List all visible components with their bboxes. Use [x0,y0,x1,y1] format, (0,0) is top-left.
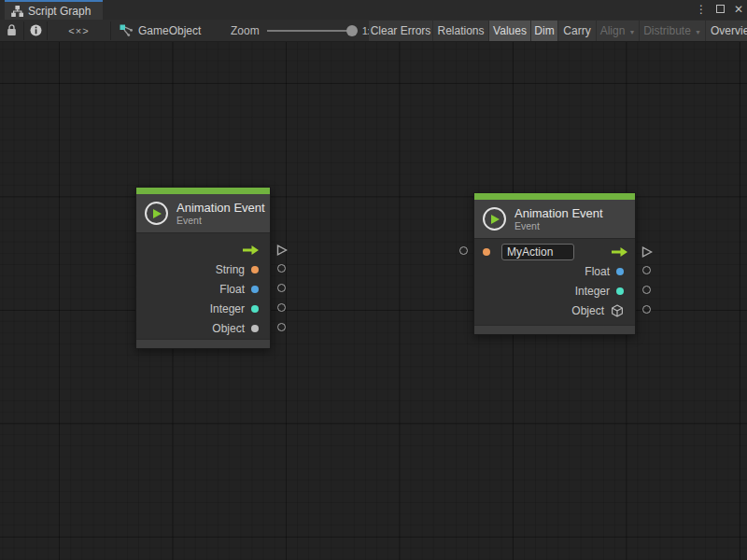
distribute-label: Distribute [643,24,691,37]
graph-target-breadcrumb[interactable]: GameObject [120,20,201,41]
clear-errors-button[interactable]: Clear Errors [369,21,432,41]
overview-button[interactable]: Overview [706,21,747,41]
float-output-port[interactable] [642,266,651,274]
integer-type-dot [251,305,259,313]
float-type-dot [616,268,624,275]
node-header: Animation Event Event [136,194,270,232]
graph-canvas[interactable]: Animation Event Event String [0,42,747,560]
node-body: String Float Integer Object [136,232,270,339]
port-label: Float [219,283,245,296]
carry-label: Carry [563,24,590,37]
port-label: String [216,263,245,276]
event-accent-bar [136,188,270,194]
flow-output-port[interactable] [276,245,288,256]
menu-icon[interactable]: ⋮ [696,0,707,20]
integer-output-port[interactable] [277,303,286,312]
zoom-label: Zoom [231,24,260,37]
chevron-down-icon: ▼ [695,29,701,35]
info-button[interactable] [24,20,47,41]
output-row-float: Float [136,279,270,299]
lock-button[interactable] [0,20,23,41]
node-subtitle: Event [176,215,265,226]
node-footer [474,325,635,334]
code-toggle-icon: <×> [68,25,89,36]
node-subtitle: Event [514,220,603,231]
relations-label: Relations [437,24,484,37]
toolbar-separator [110,21,111,40]
port-label: Float [585,265,610,278]
event-name-input[interactable] [501,244,574,260]
toolbar: <×> GameObject Zoom 1x Clear Errors [0,20,747,42]
flow-arrow-icon [612,247,627,257]
relations-button[interactable]: Relations [433,21,488,41]
port-label: Integer [575,285,610,298]
port-label: Object [571,304,604,317]
object-type-dot [251,325,259,332]
name-input-port[interactable] [459,246,468,255]
event-play-icon [145,202,168,225]
values-label: Values [493,24,527,37]
animation-event-node-2[interactable]: Animation Event Event Float [473,192,636,335]
script-graph-asset-icon [120,24,133,36]
carry-toggle-button[interactable]: Carry [558,21,596,41]
zoom-control: Zoom 1x [231,20,373,41]
string-type-dot [251,266,259,273]
node-footer [136,339,270,348]
info-icon [30,24,42,36]
graph-icon [11,6,23,17]
output-row-string: String [136,259,270,279]
close-icon[interactable]: ✕ [734,0,743,20]
clear-errors-label: Clear Errors [371,24,431,37]
float-type-dot [251,286,259,293]
node-header: Animation Event Event [474,200,635,238]
output-row-float: Float [474,261,635,281]
output-row-object: Object [136,318,270,338]
flow-output-row [136,240,270,259]
animation-event-node-1[interactable]: Animation Event Event String [135,187,271,349]
dim-toggle-button[interactable]: Dim [531,21,557,41]
distribute-dropdown-button[interactable]: Distribute ▼ [640,21,705,41]
object-output-port[interactable] [277,323,286,331]
chevron-down-icon: ▼ [628,29,635,35]
lock-icon [7,24,17,36]
zoom-slider[interactable] [267,30,356,32]
event-accent-bar [474,193,635,200]
values-toggle-button[interactable]: Values [489,21,530,41]
node-body: Float Integer Object [474,238,635,325]
float-output-port[interactable] [277,284,286,292]
string-output-port[interactable] [277,264,286,273]
zoom-slider-handle[interactable] [346,25,358,36]
output-row-integer: Integer [136,299,270,318]
tab-script-graph[interactable]: Script Graph [5,0,103,20]
integer-type-dot [616,287,624,295]
dim-label: Dim [534,24,554,37]
overview-label: Overview [711,24,747,37]
align-label: Align [600,24,626,37]
maximize-icon[interactable] [716,0,725,20]
flow-arrow-icon [243,245,259,255]
name-input-row [474,242,635,261]
port-label: Object [212,322,245,335]
toolbar-buttons: Clear Errors Relations Values Dim Carry … [369,21,747,41]
code-view-toggle[interactable]: <×> [48,20,110,41]
object-output-port[interactable] [642,305,651,314]
node-title: Animation Event [514,206,603,220]
integer-output-port[interactable] [642,286,651,294]
target-label: GameObject [138,24,201,37]
event-play-icon [483,207,506,231]
output-row-integer: Integer [474,281,635,301]
cube-icon [611,304,624,317]
window-controls: ⋮ ✕ [696,0,743,20]
output-row-object: Object [474,301,635,320]
align-dropdown-button[interactable]: Align ▼ [597,21,639,41]
script-graph-window: Script Graph ⋮ ✕ <×> [0,0,747,560]
node-title: Animation Event [176,201,265,215]
tab-title: Script Graph [28,5,91,18]
string-type-dot [483,248,490,256]
port-label: Integer [210,302,245,315]
title-bar: Script Graph ⋮ ✕ [0,0,747,20]
flow-output-port[interactable] [641,246,653,258]
